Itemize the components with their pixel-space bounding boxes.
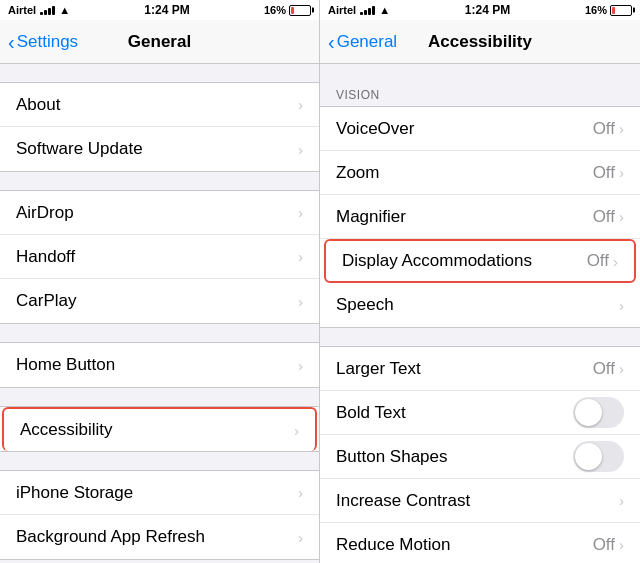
right-voiceover-value: Off [593, 119, 615, 139]
left-row-background-app-refresh[interactable]: Background App Refresh › [0, 515, 319, 559]
right-speech-right: › [619, 297, 624, 314]
left-software-update-chevron-icon: › [298, 141, 303, 158]
left-iphone-storage-right: › [298, 484, 303, 501]
right-button-shapes-label: Button Shapes [336, 447, 448, 467]
right-nav-title: Accessibility [428, 32, 532, 52]
right-row-larger-text[interactable]: Larger Text Off › [320, 347, 640, 391]
left-signal-icon [40, 5, 55, 15]
left-accessibility-chevron-icon: › [294, 422, 299, 439]
left-iphone-storage-label: iPhone Storage [16, 483, 133, 503]
right-vision-header: VISION [320, 82, 640, 106]
right-time: 1:24 PM [465, 3, 510, 17]
left-row-handoff[interactable]: Handoff › [0, 235, 319, 279]
right-bold-text-label: Bold Text [336, 403, 406, 423]
right-voiceover-right: Off › [593, 119, 624, 139]
left-row-accessibility[interactable]: Accessibility › [2, 407, 317, 451]
right-bold-text-toggle[interactable] [573, 397, 624, 428]
left-carplay-label: CarPlay [16, 291, 76, 311]
right-display-accommodations-value: Off [587, 251, 609, 271]
left-handoff-label: Handoff [16, 247, 75, 267]
right-row-voiceover[interactable]: VoiceOver Off › [320, 107, 640, 151]
right-increase-contrast-right: › [619, 492, 624, 509]
right-vision-group: VoiceOver Off › Zoom Off › Magnifier Off… [320, 106, 640, 328]
right-row-speech[interactable]: Speech › [320, 283, 640, 327]
left-group-4: Accessibility › [0, 406, 319, 452]
left-content: About › Software Update › AirDrop › [0, 64, 319, 563]
right-zoom-label: Zoom [336, 163, 379, 183]
left-status-bar: Airtel ▲ 1:24 PM 16% [0, 0, 319, 20]
left-airdrop-label: AirDrop [16, 203, 74, 223]
left-handoff-chevron-icon: › [298, 248, 303, 265]
right-other-group: Larger Text Off › Bold Text Button Shape… [320, 346, 640, 563]
right-status-bar: Airtel ▲ 1:24 PM 16% [320, 0, 640, 20]
right-row-magnifier[interactable]: Magnifier Off › [320, 195, 640, 239]
right-row-button-shapes[interactable]: Button Shapes [320, 435, 640, 479]
left-row-iphone-storage[interactable]: iPhone Storage › [0, 471, 319, 515]
right-increase-contrast-chevron-icon: › [619, 492, 624, 509]
right-larger-text-right: Off › [593, 359, 624, 379]
left-back-chevron-icon: ‹ [8, 32, 15, 52]
left-row-carplay[interactable]: CarPlay › [0, 279, 319, 323]
right-display-accommodations-right: Off › [587, 251, 618, 271]
left-nav-bar: ‹ Settings General [0, 20, 319, 64]
right-magnifier-right: Off › [593, 207, 624, 227]
left-status-right: 16% [264, 4, 311, 16]
left-battery-fill [291, 7, 294, 14]
right-reduce-motion-value: Off [593, 535, 615, 555]
left-back-label[interactable]: Settings [17, 32, 78, 52]
left-row-home-button[interactable]: Home Button › [0, 343, 319, 387]
left-group-3: Home Button › [0, 342, 319, 388]
right-reduce-motion-label: Reduce Motion [336, 535, 450, 555]
left-status-left: Airtel ▲ [8, 4, 70, 16]
right-zoom-right: Off › [593, 163, 624, 183]
right-status-right: 16% [585, 4, 632, 16]
right-back-button[interactable]: ‹ General [328, 32, 397, 52]
right-reduce-motion-chevron-icon: › [619, 536, 624, 553]
left-nav-title: General [128, 32, 191, 52]
left-accessibility-label: Accessibility [20, 420, 113, 440]
left-airdrop-right: › [298, 204, 303, 221]
left-gap-1 [0, 64, 319, 82]
right-battery-percent: 16% [585, 4, 607, 16]
right-speech-label: Speech [336, 295, 394, 315]
right-magnifier-value: Off [593, 207, 615, 227]
left-carplay-chevron-icon: › [298, 293, 303, 310]
right-display-accommodations-chevron-icon: › [613, 253, 618, 270]
left-background-app-refresh-chevron-icon: › [298, 529, 303, 546]
left-row-about[interactable]: About › [0, 83, 319, 127]
left-software-update-label: Software Update [16, 139, 143, 159]
left-group-1: About › Software Update › [0, 82, 319, 172]
right-speech-chevron-icon: › [619, 297, 624, 314]
right-panel: Airtel ▲ 1:24 PM 16% ‹ General Accessibi… [320, 0, 640, 563]
right-row-zoom[interactable]: Zoom Off › [320, 151, 640, 195]
right-row-reduce-motion[interactable]: Reduce Motion Off › [320, 523, 640, 563]
right-battery-fill [612, 7, 615, 14]
left-time: 1:24 PM [144, 3, 189, 17]
right-row-display-accommodations[interactable]: Display Accommodations Off › [324, 239, 636, 283]
right-voiceover-label: VoiceOver [336, 119, 414, 139]
left-gap-4 [0, 388, 319, 406]
right-signal-icon [360, 5, 375, 15]
right-bold-text-right [573, 397, 624, 428]
right-zoom-chevron-icon: › [619, 164, 624, 181]
left-home-button-label: Home Button [16, 355, 115, 375]
left-row-software-update[interactable]: Software Update › [0, 127, 319, 171]
right-larger-text-label: Larger Text [336, 359, 421, 379]
right-content: VISION VoiceOver Off › Zoom Off › Magnif… [320, 64, 640, 563]
right-button-shapes-right [573, 441, 624, 472]
right-button-shapes-toggle[interactable] [573, 441, 624, 472]
left-handoff-right: › [298, 248, 303, 265]
right-nav-bar: ‹ General Accessibility [320, 20, 640, 64]
right-status-left: Airtel ▲ [328, 4, 390, 16]
left-battery-icon [289, 5, 311, 16]
left-group-5: iPhone Storage › Background App Refresh … [0, 470, 319, 560]
right-voiceover-chevron-icon: › [619, 120, 624, 137]
left-back-button[interactable]: ‹ Settings [8, 32, 78, 52]
left-row-airdrop[interactable]: AirDrop › [0, 191, 319, 235]
left-panel: Airtel ▲ 1:24 PM 16% ‹ Settings General [0, 0, 320, 563]
right-row-bold-text[interactable]: Bold Text [320, 391, 640, 435]
right-zoom-value: Off [593, 163, 615, 183]
right-row-increase-contrast[interactable]: Increase Contrast › [320, 479, 640, 523]
right-back-label[interactable]: General [337, 32, 397, 52]
left-gap-3 [0, 324, 319, 342]
